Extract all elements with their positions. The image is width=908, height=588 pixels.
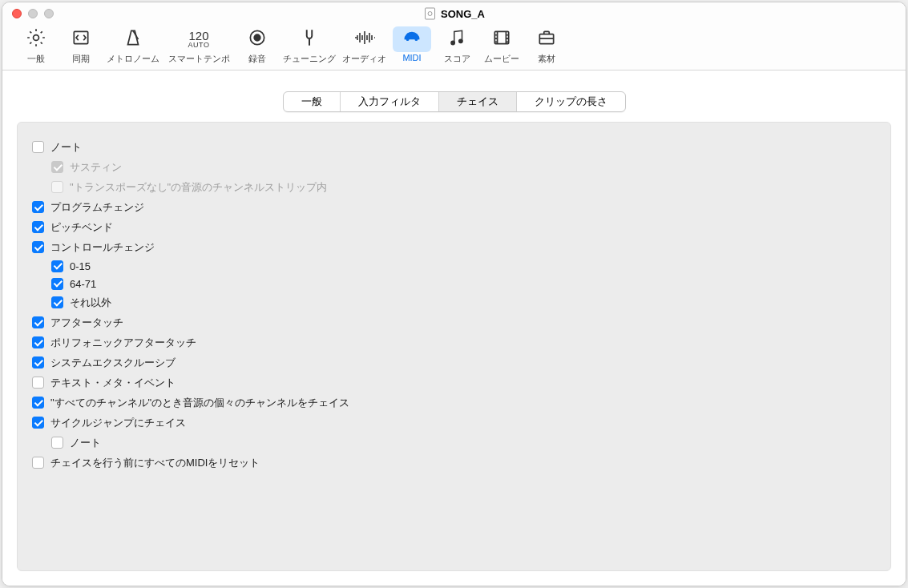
label-sysex: システムエクスクルーシブ xyxy=(50,356,176,370)
smart-tempo-icon: 120AUTO xyxy=(188,30,210,49)
checkbox-poly-aftertouch[interactable] xyxy=(32,336,44,348)
toolbar-midi[interactable]: MIDI xyxy=(389,25,434,68)
checkbox-sustain xyxy=(51,161,63,173)
toolbar-metronome[interactable]: メトロノーム xyxy=(103,25,163,68)
row-cc-0-15: 0-15 xyxy=(32,257,876,275)
row-all-channels: "すべてのチャンネル"のとき音源の個々のチャンネルをチェイス xyxy=(32,393,876,413)
checkbox-aftertouch[interactable] xyxy=(32,316,44,328)
checkbox-cycle-jump[interactable] xyxy=(32,417,44,429)
options-panel: ノート サスティン "トランスポーズなし"の音源のチャンネルストリップ内 プログ… xyxy=(17,122,891,571)
svg-rect-0 xyxy=(425,8,434,19)
toolbar-sync[interactable]: 同期 xyxy=(59,25,103,68)
toolbar-score-label: スコア xyxy=(444,53,470,65)
toolbar-movie-label: ムービー xyxy=(484,53,519,65)
row-text-meta: テキスト・メタ・イベント xyxy=(32,373,876,393)
toolbar-tuning[interactable]: チューニング xyxy=(280,25,339,68)
sync-icon xyxy=(71,27,91,51)
svg-point-12 xyxy=(459,39,462,42)
toolbar-general[interactable]: 一般 xyxy=(14,25,59,68)
toolbar-record[interactable]: 録音 xyxy=(235,25,280,68)
close-button[interactable] xyxy=(12,9,22,18)
briefcase-icon xyxy=(536,27,557,51)
score-icon xyxy=(446,27,467,51)
label-text-meta: テキスト・メタ・イベント xyxy=(50,376,176,390)
toolbar-score[interactable]: スコア xyxy=(434,25,479,68)
label-poly-aftertouch: ポリフォニックアフタータッチ xyxy=(50,336,196,350)
checkbox-program-change[interactable] xyxy=(32,201,44,213)
row-cycle-notes: ノート xyxy=(32,433,876,453)
film-icon xyxy=(491,27,512,51)
checkbox-pitch-bend[interactable] xyxy=(32,221,44,233)
label-control-change: コントロールチェンジ xyxy=(50,240,155,255)
content-area: 一般 入力フィルタ チェイス クリップの長さ ノート サスティン "トランスポー… xyxy=(2,70,906,586)
toolbar-movie[interactable]: ムービー xyxy=(479,25,524,68)
label-cc-64-71: 64-71 xyxy=(70,278,96,290)
row-aftertouch: アフタータッチ xyxy=(32,312,876,332)
tab-chase[interactable]: チェイス xyxy=(439,92,517,111)
svg-point-5 xyxy=(254,34,260,41)
preferences-window: SONG_A 一般 同期 メトロノーム 120AUTO スマートテンポ 録音 チ… xyxy=(2,2,906,586)
row-sysex: システムエクスクルーシブ xyxy=(32,352,876,373)
svg-point-6 xyxy=(407,38,409,40)
toolbar-audio-label: オーディオ xyxy=(342,53,386,65)
row-control-change: コントロールチェンジ xyxy=(32,237,876,257)
traffic-lights xyxy=(2,9,54,18)
checkbox-control-change[interactable] xyxy=(32,241,44,253)
toolbar-assets[interactable]: 素材 xyxy=(524,25,569,68)
toolbar-smart-tempo-label: スマートテンポ xyxy=(168,53,230,65)
checkbox-sysex[interactable] xyxy=(32,356,44,369)
label-sustain: サスティン xyxy=(70,160,122,175)
tab-general[interactable]: 一般 xyxy=(284,92,341,111)
row-sustain: サスティン xyxy=(32,157,876,177)
toolbar: 一般 同期 メトロノーム 120AUTO スマートテンポ 録音 チューニング オ… xyxy=(2,25,906,70)
svg-point-9 xyxy=(415,38,417,40)
row-poly-aftertouch: ポリフォニックアフタータッチ xyxy=(32,332,876,352)
checkbox-cc-0-15[interactable] xyxy=(51,260,63,272)
checkbox-cc-other[interactable] xyxy=(51,296,63,308)
toolbar-smart-tempo[interactable]: 120AUTO スマートテンポ xyxy=(163,25,235,68)
toolbar-midi-label: MIDI xyxy=(402,53,421,62)
tuning-fork-icon xyxy=(299,27,320,51)
row-cc-64-71: 64-71 xyxy=(32,275,876,292)
toolbar-sync-label: 同期 xyxy=(72,53,90,65)
minimize-button[interactable] xyxy=(28,9,38,18)
label-cycle-jump: サイクルジャンプにチェイス xyxy=(50,416,186,430)
row-no-transpose: "トランスポーズなし"の音源のチャンネルストリップ内 xyxy=(32,177,876,197)
checkbox-text-meta[interactable] xyxy=(32,377,44,389)
toolbar-tuning-label: チューニング xyxy=(283,53,336,65)
checkbox-cc-64-71[interactable] xyxy=(51,278,63,290)
row-pitch-bend: ピッチベンド xyxy=(32,217,876,237)
svg-point-7 xyxy=(409,35,410,37)
toolbar-audio[interactable]: オーディオ xyxy=(339,25,389,68)
svg-point-8 xyxy=(414,35,415,37)
checkbox-all-channels[interactable] xyxy=(32,397,44,409)
label-no-transpose: "トランスポーズなし"の音源のチャンネルストリップ内 xyxy=(70,180,327,195)
row-notes: ノート xyxy=(32,137,876,157)
gear-icon xyxy=(26,27,46,51)
window-title: SONG_A xyxy=(423,7,485,20)
tab-clip-length[interactable]: クリップの長さ xyxy=(517,92,625,111)
checkbox-cycle-notes[interactable] xyxy=(51,437,63,449)
row-program-change: プログラムチェンジ xyxy=(32,197,876,217)
checkbox-reset-midi[interactable] xyxy=(32,457,44,469)
zoom-button[interactable] xyxy=(44,9,54,18)
toolbar-assets-label: 素材 xyxy=(538,53,555,65)
row-cc-other: それ以外 xyxy=(32,292,876,312)
label-aftertouch: アフタータッチ xyxy=(50,316,123,330)
row-reset-midi: チェイスを行う前にすべてのMIDIをリセット xyxy=(32,453,876,473)
label-pitch-bend: ピッチベンド xyxy=(50,220,113,235)
svg-point-10 xyxy=(411,34,413,35)
label-reset-midi: チェイスを行う前にすべてのMIDIをリセット xyxy=(50,456,260,470)
svg-point-2 xyxy=(34,35,39,41)
midi-icon xyxy=(402,27,422,51)
sub-tabs: 一般 入力フィルタ チェイス クリップの長さ xyxy=(283,91,626,112)
tab-input-filter[interactable]: 入力フィルタ xyxy=(341,92,439,111)
title-text: SONG_A xyxy=(441,8,485,20)
waveform-icon xyxy=(353,27,377,51)
svg-point-11 xyxy=(451,41,454,44)
toolbar-record-label: 録音 xyxy=(248,53,266,65)
toolbar-general-label: 一般 xyxy=(27,53,45,65)
metronome-icon xyxy=(123,27,143,51)
checkbox-notes[interactable] xyxy=(32,141,44,153)
label-cycle-notes: ノート xyxy=(70,436,101,450)
